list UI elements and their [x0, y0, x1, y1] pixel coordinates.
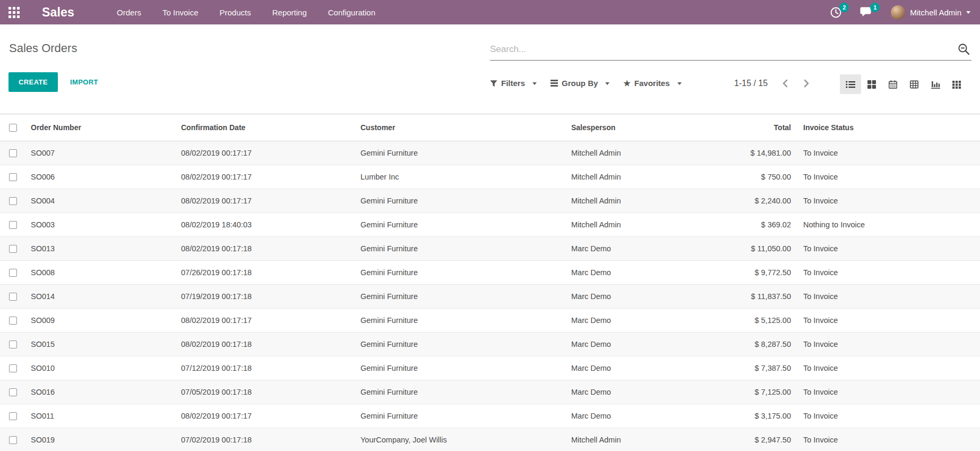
app-brand[interactable]: Sales	[42, 5, 74, 20]
top-navbar: Sales Orders To Invoice Products Reporti…	[0, 0, 980, 24]
row-checkbox[interactable]	[9, 149, 17, 157]
table-row[interactable]: SO011 08/02/2019 00:17:17 Gemini Furnitu…	[0, 404, 980, 428]
table-row[interactable]: SO003 08/02/2019 18:40:03 Gemini Furnitu…	[0, 213, 980, 237]
customer-cell: Gemini Furniture	[356, 404, 567, 428]
menu-item-to-invoice[interactable]: To Invoice	[162, 8, 199, 17]
table-row[interactable]: SO007 08/02/2019 00:17:17 Gemini Furnitu…	[0, 141, 980, 165]
confirmation-date-cell: 08/02/2019 00:17:17	[177, 309, 356, 333]
invoice-status-cell: To Invoice	[791, 356, 980, 380]
table-row[interactable]: SO009 08/02/2019 00:17:17 Gemini Furnitu…	[0, 309, 980, 333]
view-activity-button[interactable]	[946, 74, 967, 94]
view-calendar-button[interactable]	[882, 74, 904, 94]
order-number-cell: SO006	[27, 165, 177, 189]
pager-previous-button[interactable]	[781, 79, 789, 88]
invoice-status-cell: Nothing to Invoice	[791, 213, 980, 237]
table-row[interactable]: SO015 08/02/2019 00:17:18 Gemini Furnitu…	[0, 333, 980, 356]
order-number-cell: SO003	[27, 213, 177, 237]
pager-next-button[interactable]	[803, 79, 810, 88]
apps-menu-icon[interactable]	[8, 7, 20, 18]
row-checkbox[interactable]	[9, 412, 17, 420]
table-row[interactable]: SO006 08/02/2019 00:17:17 Lumber Inc Mit…	[0, 165, 980, 189]
user-avatar[interactable]	[891, 5, 905, 20]
order-number-cell: SO013	[27, 237, 177, 261]
column-header-order-number[interactable]: Order Number	[27, 114, 177, 141]
chevron-left-icon	[781, 79, 789, 88]
confirmation-date-cell: 08/02/2019 00:17:17	[177, 404, 356, 428]
column-header-salesperson[interactable]: Salesperson	[567, 114, 701, 141]
row-checkbox[interactable]	[9, 341, 17, 348]
messages-button[interactable]: 1	[860, 6, 873, 18]
table-row[interactable]: SO013 08/02/2019 00:17:18 Gemini Furnitu…	[0, 237, 980, 261]
table-row[interactable]: SO004 08/02/2019 00:17:17 Gemini Furnitu…	[0, 189, 980, 213]
invoice-status-cell: To Invoice	[791, 333, 980, 356]
row-checkbox[interactable]	[9, 293, 17, 301]
row-checkbox[interactable]	[9, 269, 17, 277]
salesperson-cell: Marc Demo	[567, 309, 701, 333]
column-header-invoice-status[interactable]: Invoice Status	[791, 114, 980, 141]
invoice-status-cell: To Invoice	[791, 380, 980, 404]
invoice-status-cell: To Invoice	[791, 404, 980, 428]
row-checkbox[interactable]	[9, 173, 17, 181]
order-number-cell: SO019	[27, 428, 177, 451]
table-row[interactable]: SO008 07/26/2019 00:17:18 Gemini Furnitu…	[0, 261, 980, 285]
order-number-cell: SO004	[27, 189, 177, 213]
row-checkbox[interactable]	[9, 436, 17, 444]
view-kanban-button[interactable]	[861, 74, 882, 94]
filters-dropdown[interactable]: Filters	[490, 79, 537, 88]
invoice-status-cell: To Invoice	[791, 285, 980, 309]
order-number-cell: SO014	[27, 285, 177, 309]
table-row[interactable]: SO019 07/02/2019 00:17:18 YourCompany, J…	[0, 428, 980, 451]
customer-cell: Gemini Furniture	[356, 309, 567, 333]
orders-table: Order Number Confirmation Date Customer …	[0, 114, 980, 451]
import-button[interactable]: IMPORT	[65, 72, 104, 92]
total-cell: $ 369.02	[701, 213, 791, 237]
search-input[interactable]	[490, 44, 957, 55]
view-pivot-button[interactable]	[904, 74, 925, 94]
column-header-customer[interactable]: Customer	[356, 114, 567, 141]
row-checkbox[interactable]	[9, 197, 17, 205]
activities-button[interactable]: 2	[830, 6, 842, 19]
search-icon[interactable]	[957, 42, 970, 56]
user-menu[interactable]: Mitchell Admin	[910, 8, 961, 17]
list-view-icon	[846, 80, 855, 89]
group-by-dropdown[interactable]: Group By	[551, 79, 609, 88]
activity-count-badge: 2	[839, 3, 849, 12]
menu-item-configuration[interactable]: Configuration	[328, 8, 375, 17]
navbar-right: 2 1 Mitchell Admin	[830, 5, 970, 20]
bar-chart-icon	[931, 80, 940, 89]
confirmation-date-cell: 08/02/2019 00:17:18	[177, 333, 356, 356]
row-checkbox[interactable]	[9, 364, 17, 372]
chevron-down-icon	[532, 82, 537, 85]
customer-cell: Gemini Furniture	[356, 213, 567, 237]
customer-cell: Lumber Inc	[356, 165, 567, 189]
salesperson-cell: Mitchell Admin	[567, 213, 701, 237]
invoice-status-cell: To Invoice	[791, 261, 980, 285]
menu-item-reporting[interactable]: Reporting	[272, 8, 307, 17]
customer-cell: YourCompany, Joel Willis	[356, 428, 567, 451]
column-header-confirmation-date[interactable]: Confirmation Date	[177, 114, 356, 141]
order-number-cell: SO011	[27, 404, 177, 428]
view-graph-button[interactable]	[925, 74, 946, 94]
order-number-cell: SO008	[27, 261, 177, 285]
menu-item-orders[interactable]: Orders	[117, 8, 141, 17]
pager-range: 1-15 / 15	[734, 79, 768, 88]
table-row[interactable]: SO014 07/19/2019 00:17:18 Gemini Furnitu…	[0, 285, 980, 309]
activity-grid-icon	[952, 80, 961, 89]
customer-cell: Gemini Furniture	[356, 237, 567, 261]
chevron-down-icon	[966, 11, 970, 14]
column-header-total[interactable]: Total	[701, 114, 791, 141]
menu-item-products[interactable]: Products	[220, 8, 251, 17]
row-checkbox[interactable]	[9, 221, 17, 229]
create-button[interactable]: CREATE	[8, 72, 58, 92]
total-cell: $ 8,287.50	[701, 333, 791, 356]
table-row[interactable]: SO010 07/12/2019 00:17:18 Gemini Furnitu…	[0, 356, 980, 380]
favorites-dropdown[interactable]: ★ Favorites	[623, 79, 681, 88]
select-all-checkbox[interactable]	[9, 124, 17, 132]
order-number-cell: SO007	[27, 141, 177, 165]
view-list-button[interactable]	[840, 74, 861, 94]
row-checkbox[interactable]	[9, 245, 17, 253]
total-cell: $ 7,387.50	[701, 356, 791, 380]
table-row[interactable]: SO016 07/05/2019 00:17:18 Gemini Furnitu…	[0, 380, 980, 404]
row-checkbox[interactable]	[9, 388, 17, 396]
row-checkbox[interactable]	[9, 317, 17, 325]
